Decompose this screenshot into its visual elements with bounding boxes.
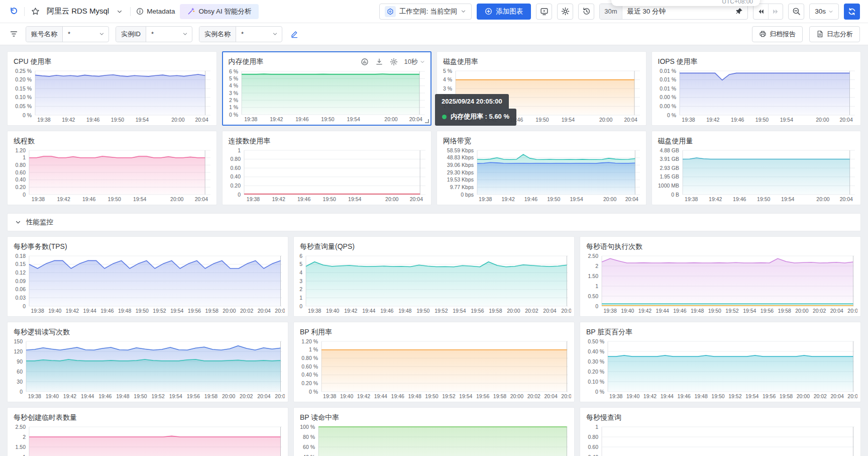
chart-canvas-memory[interactable]: 6 %5 %4 %3 %2 %1 %0 %19:3819:4219:4619:5… (225, 68, 428, 124)
chart-canvas-connections[interactable]: 10.800.600.400.20019:3819:4219:4619:5019… (225, 147, 428, 204)
chart-card-disk-used[interactable]: 磁盘使用量4.88 GB3.91 GB2.93 GB1.95 GB1000 MB… (652, 131, 861, 205)
dashboard-switcher-chevron-icon[interactable] (114, 6, 125, 17)
chart-card-bp-dirty[interactable]: BP 脏页百分率0.50 %0.40 %0.30 %0.20 %0.10 %0 … (580, 322, 861, 402)
dashboard-content: CPU 使用率0.25 %0.20 %0.15 %0.10 %0.05 %0 %… (0, 45, 868, 456)
time-back-button[interactable] (753, 4, 768, 19)
chart-card-memory[interactable]: 内存使用率10秒6 %5 %4 %3 %2 %1 %0 %19:3819:421… (222, 51, 432, 126)
chart-card-threads[interactable]: 线程数1.2010.800.600.400.20019:3819:4219:46… (7, 131, 217, 205)
filter-account-name[interactable]: 账号名称 * (26, 26, 109, 42)
chart-card-bp-hit[interactable]: BP 读命中率100 %80 %60 %40 %20 %0 %19:3819:4… (293, 407, 575, 456)
chart-canvas-iops[interactable]: 0.01 %0.01 %0.01 %0.00 %0.00 %0 %19:3819… (654, 68, 858, 124)
svg-text:20:00: 20:00 (599, 117, 612, 123)
svg-text:20:04: 20:04 (839, 196, 852, 202)
svg-text:20:00: 20:00 (385, 196, 398, 202)
download-icon[interactable] (375, 58, 383, 66)
section-performance[interactable]: 性能监控 (7, 213, 861, 231)
chart-card-bp-util[interactable]: BP 利用率1.20 %1 %0.80 %0.60 %0.40 %0.20 %0… (293, 322, 575, 402)
chart-card-slow-query[interactable]: 每秒慢查询10.800.600.400.20019:3819:4019:4219… (580, 407, 861, 456)
chart-canvas-disk-used[interactable]: 4.88 GB3.91 GB2.93 GB1.95 GB1000 MB0 B19… (654, 147, 858, 204)
workspace-select[interactable]: 工作空间: 当前空间 (379, 4, 472, 20)
chart-title: IOPS 使用率 (658, 57, 698, 66)
favorite-star-button[interactable] (30, 6, 41, 17)
svg-text:30: 30 (17, 379, 23, 385)
chart-card-stmt[interactable]: 每秒语句执行次数2.5021.5010.50019:3819:4019:4219… (580, 236, 861, 317)
svg-text:19:56: 19:56 (188, 308, 201, 314)
chart-canvas-stmt[interactable]: 2.5021.5010.50019:3819:4019:4219:4419:46… (582, 253, 857, 315)
gear-icon[interactable] (390, 58, 398, 66)
chart-tooltip: 2025/09/24 20:05:00 内存使用率 : 5.60 % (435, 94, 516, 126)
explore-icon[interactable] (361, 58, 369, 66)
filter-instance-name[interactable]: 实例名称 * (199, 26, 282, 42)
filter-icon[interactable] (8, 29, 19, 40)
undo-button[interactable] (8, 6, 19, 17)
chart-row-5: 每秒创建临时表数量2.5021.5010.50019:3819:4019:421… (7, 407, 861, 456)
workspace-icon (385, 6, 396, 17)
svg-text:19:54: 19:54 (136, 117, 149, 123)
svg-text:19:40: 19:40 (326, 308, 339, 314)
magnifier-minus-icon (792, 7, 801, 16)
chart-card-qps[interactable]: 每秒查询量(QPS)654321019:3819:4019:4219:4419:… (293, 236, 575, 317)
svg-text:19:50: 19:50 (108, 196, 121, 202)
printer-icon (759, 30, 767, 38)
chart-card-connections[interactable]: 连接数使用率10.800.600.400.20019:3819:4219:461… (222, 131, 432, 205)
chart-canvas-network[interactable]: 58.59 Kbps48.83 Kbps39.06 Kbps29.30 Kbps… (439, 147, 643, 204)
svg-text:19:40: 19:40 (340, 393, 353, 399)
chart-canvas-bp-dirty[interactable]: 0.50 %0.40 %0.30 %0.20 %0.10 %0 %19:3819… (582, 338, 857, 401)
svg-text:19:38: 19:38 (244, 116, 257, 122)
chart-canvas-slow-query[interactable]: 10.800.600.400.20019:3819:4019:4219:4419… (582, 424, 857, 456)
chevron-down-icon (99, 31, 108, 37)
chart-title: 磁盘使用率 (443, 57, 478, 66)
archive-report-button[interactable]: 归档报告 (752, 26, 803, 42)
chart-canvas-bp-util[interactable]: 1.20 %1 %0.80 %0.60 %0.40 %0.20 %0 %19:3… (296, 338, 571, 401)
chart-row-2: 线程数1.2010.800.600.400.20019:3819:4219:46… (7, 131, 861, 205)
svg-text:20:00: 20:00 (384, 116, 397, 122)
svg-text:19:50: 19:50 (322, 196, 336, 202)
chart-canvas-tps[interactable]: 0.180.150.120.090.060.03019:3819:4019:42… (10, 253, 285, 315)
chart-card-rw[interactable]: 每秒逻辑读写次数150120906030019:3819:4019:4219:4… (7, 322, 288, 402)
chart-canvas-cpu[interactable]: 0.25 %0.20 %0.15 %0.10 %0.05 %0 %19:3819… (10, 68, 213, 124)
chart-canvas-bp-hit[interactable]: 100 %80 %60 %40 %20 %0 %19:3819:4019:421… (296, 424, 571, 456)
chart-title: BP 读命中率 (300, 413, 339, 422)
chart-card-tmp-tables[interactable]: 每秒创建临时表数量2.5021.5010.50019:3819:4019:421… (7, 407, 288, 456)
svg-text:19:50: 19:50 (134, 393, 147, 399)
resize-handle[interactable] (425, 119, 429, 123)
chart-card-network[interactable]: 网络带宽58.59 Kbps48.83 Kbps39.06 Kbps29.30 … (437, 131, 646, 205)
pencil-icon (290, 30, 298, 38)
zoom-out-button[interactable] (788, 4, 804, 20)
svg-text:0.50 %: 0.50 % (588, 338, 604, 344)
svg-text:19:48: 19:48 (408, 393, 421, 399)
log-analysis-button[interactable]: 日志分析 (809, 26, 860, 42)
chart-canvas-threads[interactable]: 1.2010.800.600.400.20019:3819:4219:4619:… (10, 147, 213, 204)
svg-text:0: 0 (23, 303, 26, 309)
pin-icon[interactable] (735, 8, 747, 15)
tv-mode-button[interactable] (536, 4, 552, 20)
chart-canvas-rw[interactable]: 150120906030019:3819:4019:4219:4419:4619… (10, 338, 285, 401)
svg-text:19:42: 19:42 (272, 196, 285, 202)
svg-text:19:52: 19:52 (725, 308, 738, 314)
chart-card-iops[interactable]: IOPS 使用率0.01 %0.01 %0.01 %0.00 %0.00 %0 … (652, 51, 861, 126)
chart-interval-select[interactable]: 10秒 (404, 57, 425, 66)
chart-card-cpu[interactable]: CPU 使用率0.25 %0.20 %0.15 %0.10 %0.05 %0 %… (7, 51, 217, 126)
edit-filters-button[interactable] (289, 29, 300, 40)
metadata-button[interactable]: Metadata (136, 8, 175, 16)
refresh-interval-select[interactable]: 30s (809, 4, 839, 20)
svg-text:20:04: 20:04 (624, 117, 637, 123)
time-forward-button[interactable] (768, 4, 783, 19)
svg-text:0.80: 0.80 (588, 434, 599, 440)
svg-text:19:50: 19:50 (425, 393, 438, 399)
refresh-button[interactable] (844, 4, 860, 20)
settings-button[interactable] (557, 4, 573, 20)
add-chart-button[interactable]: 添加图表 (477, 4, 531, 20)
tooltip-datetime: 2025/09/24 20:05:00 (435, 94, 509, 109)
filter-label: 账号名称 (26, 27, 63, 42)
svg-text:20:04: 20:04 (257, 393, 270, 399)
ai-analysis-button[interactable]: Obsy AI 智能分析 (180, 4, 258, 19)
chart-canvas-qps[interactable]: 654321019:3819:4019:4219:4419:4619:4819:… (296, 253, 571, 315)
svg-text:19:38: 19:38 (28, 393, 41, 399)
svg-text:19:38: 19:38 (37, 117, 50, 123)
svg-text:2.50: 2.50 (16, 424, 26, 430)
chart-card-tps[interactable]: 每秒事务数(TPS)0.180.150.120.090.060.03019:38… (7, 236, 288, 317)
chart-canvas-tmp-tables[interactable]: 2.5021.5010.50019:3819:4019:4219:4419:46… (10, 424, 285, 456)
filter-instance-id[interactable]: 实例ID * (116, 26, 192, 42)
history-button[interactable] (578, 4, 594, 20)
